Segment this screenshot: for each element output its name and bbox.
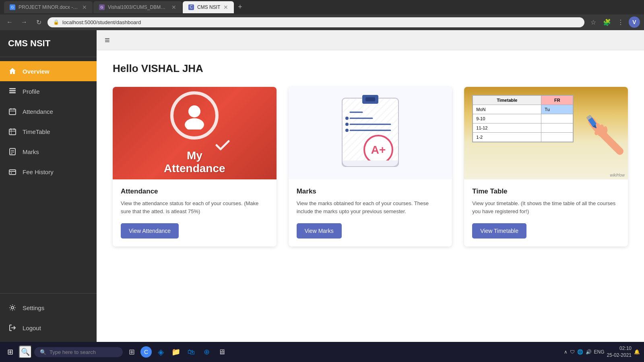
sidebar-bottom: Settings Logout (0, 293, 97, 342)
more-button[interactable]: ⋮ (615, 16, 626, 28)
tab-1-favicon: G (10, 4, 15, 10)
vscode-taskbar[interactable]: ◈ (154, 346, 167, 358)
tab-2-favicon: G (99, 4, 105, 10)
marks-illustration: A+ (289, 87, 452, 179)
tab-2-close[interactable]: ✕ (171, 4, 176, 10)
sidebar-item-marks[interactable]: Marks (0, 142, 97, 162)
greeting-text: Hello VISHAL JHA (113, 62, 628, 75)
timetable-card: Timetable FR MoN Tu 9-10 (464, 87, 628, 247)
tray-shield-icon: 🛡 (570, 349, 575, 355)
edge-taskbar[interactable]: ⊕ (200, 346, 213, 358)
sidebar-feehistory-label: Fee History (23, 169, 54, 175)
logout-icon (8, 323, 17, 332)
topbar: ≡ (97, 30, 644, 50)
marks-card-image: A+ (289, 87, 452, 179)
taskbar-search-placeholder: Type here to search (50, 349, 96, 355)
sidebar-profile-label: Profile (23, 88, 40, 95)
sidebar-item-attendance[interactable]: Attendance (0, 101, 97, 121)
sidebar-attendance-label: Attendance (23, 108, 53, 115)
svg-rect-3 (9, 109, 16, 115)
svg-point-19 (11, 306, 14, 309)
start-button[interactable]: ⊞ (4, 346, 17, 358)
taskbar-datetime: 02:10 25-02-2021 (607, 345, 632, 359)
taskview-button[interactable]: ⊞ (125, 346, 138, 358)
forward-button[interactable]: → (19, 16, 30, 28)
search-icon: 🔍 (40, 349, 46, 355)
sidebar-item-overview[interactable]: Overview (0, 61, 97, 81)
sidebar-item-profile[interactable]: Profile (0, 81, 97, 101)
app-container: CMS NSIT Overview Profile (0, 30, 644, 342)
taskbar-time-display: 02:10 (607, 345, 632, 352)
svg-rect-26 (365, 97, 375, 101)
svg-point-33 (345, 129, 349, 132)
profile-icon (8, 87, 17, 96)
svg-rect-0 (9, 88, 16, 89)
tray-lang: ENG (594, 349, 605, 355)
browser-tab-1[interactable]: G PROJECT MINOR.docx - Google ... ✕ (4, 1, 93, 13)
search-taskbar-button[interactable]: 🔍 (19, 346, 32, 358)
marks-icon (8, 147, 17, 156)
back-button[interactable]: ← (4, 16, 15, 28)
calendar-icon (8, 107, 17, 116)
svg-point-20 (188, 105, 200, 117)
sidebar-item-settings[interactable]: Settings (0, 298, 97, 318)
sidebar: CMS NSIT Overview Profile (0, 30, 97, 342)
tray-up-icon[interactable]: ∧ (564, 349, 568, 355)
bookmark-star-button[interactable]: ☆ (588, 16, 599, 28)
address-bar[interactable]: 🔒 localhost:5000/student/dashboard (47, 17, 584, 27)
tab-1-title: PROJECT MINOR.docx - Google ... (19, 4, 79, 10)
main-content: ≡ Hello VISHAL JHA (97, 30, 644, 342)
svg-point-31 (345, 117, 349, 120)
svg-rect-1 (9, 90, 16, 91)
marks-card-body: Marks View the marks obtained for each o… (289, 179, 452, 247)
marks-card-title: Marks (297, 187, 444, 195)
sidebar-settings-label: Settings (23, 304, 44, 311)
view-marks-button[interactable]: View Marks (297, 223, 342, 239)
attendance-card-desc: View the attendance status for each of y… (121, 200, 268, 215)
view-attendance-button[interactable]: View Attendance (121, 223, 179, 239)
svg-rect-16 (9, 170, 16, 175)
chrome-taskbar[interactable]: C (140, 346, 152, 358)
explorer-taskbar[interactable]: 📁 (169, 346, 182, 358)
svg-point-18 (11, 173, 12, 174)
store-taskbar[interactable]: 🛍 (185, 346, 198, 358)
home-icon (8, 67, 17, 76)
sidebar-timetable-label: TimeTable (23, 128, 50, 135)
timetable-card-desc: View your timetable. (It shows the time … (472, 200, 620, 215)
timetable-card-body: Time Table View your timetable. (It show… (464, 179, 628, 247)
taskbar-search-bar[interactable]: 🔍 Type here to search (34, 347, 123, 357)
sidebar-logout-label: Logout (23, 325, 41, 331)
view-timetable-button[interactable]: View Timetable (472, 223, 526, 239)
sidebar-marks-label: Marks (23, 148, 39, 155)
user-avatar[interactable]: V (629, 16, 640, 28)
browser-tab-2[interactable]: G Vishal1003/CUMS_DBMS: 🔥 A C ✕ (93, 1, 182, 13)
extensions-button[interactable]: 🧩 (601, 16, 613, 28)
svg-point-32 (345, 123, 349, 126)
taskbar-tray: ∧ 🛡 🌐 🔊 ENG 02:10 25-02-2021 🔔 (564, 345, 640, 359)
sidebar-item-logout[interactable]: Logout (0, 318, 97, 338)
lock-icon: 🔒 (53, 19, 59, 25)
attendance-card: My Attendance Attendance View the attend… (113, 87, 277, 247)
notification-icon[interactable]: 🔔 (634, 349, 640, 355)
app-taskbar[interactable]: 🖥 (215, 346, 228, 358)
marks-card-desc: View the marks obtained for each of your… (297, 200, 444, 215)
sidebar-item-feehistory[interactable]: Fee History (0, 162, 97, 182)
tab-3-title: CMS NSIT (197, 4, 220, 10)
attendance-card-title: Attendance (121, 187, 268, 195)
tab-1-close[interactable]: ✕ (82, 4, 87, 10)
tab-3-close[interactable]: ✕ (223, 4, 228, 10)
browser-tab-3[interactable]: C CMS NSIT ✕ (183, 1, 234, 13)
timetable-icon (8, 127, 17, 136)
hamburger-button[interactable]: ≡ (105, 35, 110, 45)
refresh-button[interactable]: ↻ (33, 16, 44, 28)
marks-card: A+ Marks View the marks obtained for eac… (289, 87, 452, 247)
new-tab-button[interactable]: + (235, 3, 246, 11)
timetable-card-title: Time Table (472, 187, 620, 195)
attendance-illustration: My Attendance (113, 87, 277, 179)
nav-icons: ☆ 🧩 ⋮ V (588, 16, 640, 28)
taskbar-date-display: 25-02-2021 (607, 352, 632, 359)
timetable-illustration: Timetable FR MoN Tu 9-10 (464, 87, 628, 179)
sidebar-item-timetable[interactable]: TimeTable (0, 121, 97, 142)
tab-2-title: Vishal1003/CUMS_DBMS: 🔥 A C (108, 4, 168, 10)
svg-rect-2 (9, 92, 16, 93)
